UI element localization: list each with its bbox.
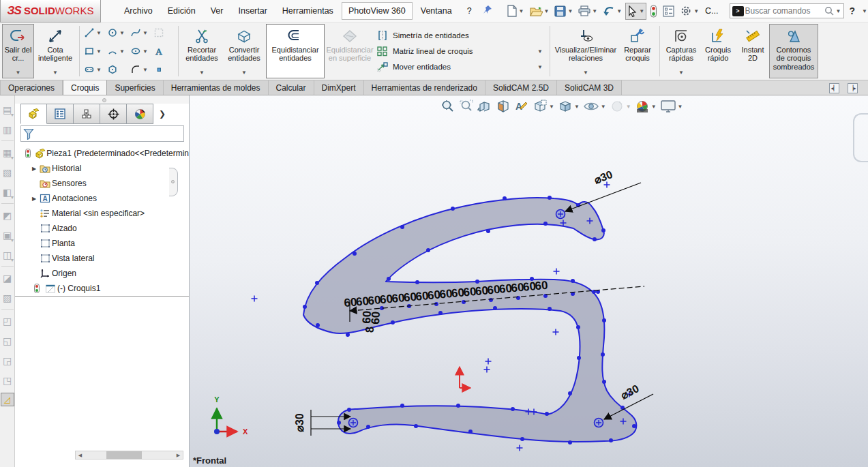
tree-item-historial[interactable]: ▶ Historial xyxy=(15,161,189,176)
feature-tabs-overflow-button[interactable]: ❯ xyxy=(153,104,171,124)
chevron-down-icon[interactable]: ▼ xyxy=(836,8,841,14)
chevron-down-icon[interactable]: ▼ xyxy=(119,30,125,36)
chevron-down-icon[interactable]: ▼ xyxy=(96,30,102,36)
rapid-sketch-button[interactable]: Croquis rápido xyxy=(700,24,736,78)
strip-tool-icon[interactable]: ◰ xyxy=(1,311,14,331)
strip-active-measure-icon[interactable]: ◿ xyxy=(1,393,14,406)
strip-tool-icon[interactable]: ◩ xyxy=(1,205,14,225)
quick-snaps-button[interactable]: Capturas rápidas ▼ xyxy=(663,24,700,78)
mirror-entities-button[interactable]: Simetría de entidades xyxy=(375,29,547,42)
offset-entities-button[interactable]: Equidistanciar entidades xyxy=(266,24,325,78)
open-document-button[interactable]: ▼ xyxy=(528,3,552,20)
panel-horizontal-scrollbar[interactable]: ◀ ▶ xyxy=(75,451,183,460)
expand-arrow-icon[interactable]: ▶ xyxy=(30,196,38,202)
pin-menu-icon[interactable] xyxy=(483,5,492,17)
search-input[interactable] xyxy=(744,5,824,16)
more-commands-label[interactable]: C... xyxy=(702,2,721,20)
expand-arrow-icon[interactable]: ▶ xyxy=(30,166,38,172)
dimension-60-label[interactable]: 60 xyxy=(535,279,549,293)
exit-sketch-button[interactable]: Salir del cr... ▼ xyxy=(2,24,34,78)
save-button[interactable]: ▼ xyxy=(552,3,575,20)
trim-entities-button[interactable]: Recortar entidades ▼ xyxy=(181,24,222,78)
move-entities-button[interactable]: Mover entidades ▼ xyxy=(375,60,547,74)
menu-ver[interactable]: Ver xyxy=(204,2,230,20)
strip-tool-icon[interactable]: ◲ xyxy=(1,350,14,370)
strip-tool-icon[interactable]: ▤▼ xyxy=(1,100,14,119)
spline-tool[interactable]: ▼ xyxy=(129,24,152,42)
strip-tool-icon[interactable]: ▦▼ xyxy=(1,142,14,162)
chevron-down-icon[interactable]: ▼ xyxy=(143,48,148,55)
collapse-pane-left-button[interactable]: ◂▏ xyxy=(829,83,839,93)
strip-tool-icon[interactable]: ◧▼ xyxy=(1,182,14,202)
traffic-light-icon[interactable] xyxy=(648,2,659,20)
chevron-down-icon[interactable]: ▼ xyxy=(96,67,102,73)
undo-button[interactable]: ▼ xyxy=(601,3,624,20)
tree-item-croquis1[interactable]: (-) Croquis1 xyxy=(15,281,189,296)
strip-tool-icon[interactable]: ◱ xyxy=(1,331,14,350)
tab-calcular[interactable]: Calcular xyxy=(269,80,314,95)
tree-item-origen[interactable]: Origen xyxy=(15,266,189,281)
point-tool[interactable] xyxy=(152,61,175,78)
strip-tool-icon[interactable]: ◪ xyxy=(1,268,14,288)
dimension-8-label[interactable]: 8 xyxy=(364,327,376,333)
shaded-sketch-contours-button[interactable]: Contornos de croquis sombreados xyxy=(769,24,818,78)
strip-tool-icon[interactable]: ▨ xyxy=(1,288,14,307)
tree-item-material[interactable]: Material <sin especificar> xyxy=(15,206,189,221)
search-scope-icon[interactable]: > xyxy=(732,6,744,16)
tree-item-sensores[interactable]: Sensores xyxy=(15,176,189,191)
line-tool[interactable]: ▼ xyxy=(83,24,106,42)
tab-operaciones[interactable]: Operaciones xyxy=(0,80,63,95)
tree-item-vista-lateral[interactable]: Vista lateral xyxy=(15,251,189,266)
sketch-canvas[interactable]: 6060606060606060606060606060606060 60 60… xyxy=(190,95,868,467)
chevron-down-icon[interactable]: ▼ xyxy=(96,48,102,55)
tab-solidcam-25d[interactable]: SolidCAM 2.5D xyxy=(485,80,557,95)
tab-dimxpert[interactable]: DimXpert xyxy=(314,80,364,95)
sketch-origin[interactable] xyxy=(460,367,470,388)
scrollbar-thumb[interactable] xyxy=(106,451,142,459)
chevron-down-icon[interactable]: ▼ xyxy=(537,48,545,55)
menu-herramientas[interactable]: Herramientas xyxy=(275,2,340,20)
scroll-left-arrow[interactable]: ◀ xyxy=(76,451,85,459)
menu-photoview360[interactable]: PhotoView 360 xyxy=(342,2,413,20)
tab-herramientas-renderizado[interactable]: Herramientas de renderizado xyxy=(364,80,485,95)
tab-configuration-manager[interactable] xyxy=(74,104,100,124)
repair-sketch-button[interactable]: Reparar croquis xyxy=(618,24,657,78)
menu-ventana[interactable]: Ventana xyxy=(414,2,459,20)
scroll-right-arrow[interactable]: ▶ xyxy=(174,451,183,459)
tab-superficies[interactable]: Superficies xyxy=(107,80,163,95)
tree-root-pieza1[interactable]: Pieza1 (Predeterminado<<Predetermin xyxy=(15,146,189,161)
slot-tool[interactable]: ▼ xyxy=(83,61,106,78)
arc-tool[interactable]: ▼ xyxy=(106,42,129,60)
tree-item-planta[interactable]: Planta xyxy=(15,236,189,251)
smart-dimension-button[interactable]: Cota inteligente ▼ xyxy=(34,24,76,78)
tab-display-manager[interactable] xyxy=(127,104,153,124)
menu-insertar[interactable]: Insertar xyxy=(231,2,273,20)
strip-tool-icon[interactable]: ◫▼ xyxy=(1,245,14,265)
tree-pane-splitter[interactable] xyxy=(15,296,189,297)
chevron-down-icon[interactable]: ▼ xyxy=(143,67,148,73)
chevron-down-icon[interactable]: ▼ xyxy=(537,64,545,70)
new-document-button[interactable]: ▼ xyxy=(505,2,526,20)
panel-splitter[interactable] xyxy=(15,95,189,104)
convert-entities-button[interactable]: Convertir entidades ▼ xyxy=(222,24,266,78)
tab-featuremanager-tree[interactable] xyxy=(20,104,47,124)
menu-help[interactable]: ? xyxy=(460,2,479,20)
circle-tool[interactable]: ▼ xyxy=(106,24,129,42)
tree-item-alzado[interactable]: Alzado xyxy=(15,221,189,236)
help-button[interactable]: ? xyxy=(845,5,860,16)
strip-tool-icon[interactable]: ◳ xyxy=(1,370,14,390)
print-button[interactable]: ▼ xyxy=(576,3,599,19)
rectangle-tool[interactable]: ▼ xyxy=(83,42,106,60)
svg-text:60[interactable]: 60 xyxy=(369,311,383,325)
select-tool-button[interactable]: ▼ xyxy=(625,3,646,20)
chevron-down-icon[interactable]: ▼ xyxy=(862,8,867,14)
sketch-s-profile[interactable] xyxy=(303,198,636,442)
tab-dimxpert-manager[interactable] xyxy=(100,104,127,124)
chevron-down-icon[interactable]: ▼ xyxy=(119,48,125,55)
chevron-down-icon[interactable]: ▼ xyxy=(143,30,148,36)
search-icon[interactable] xyxy=(824,6,835,16)
settings-gear-button[interactable]: ▼ xyxy=(678,2,701,20)
fillet-tool[interactable]: ▼ xyxy=(129,61,152,78)
text-tool[interactable]: A xyxy=(152,42,175,60)
linear-sketch-pattern-button[interactable]: Matriz lineal de croquis ▼ xyxy=(375,44,547,58)
